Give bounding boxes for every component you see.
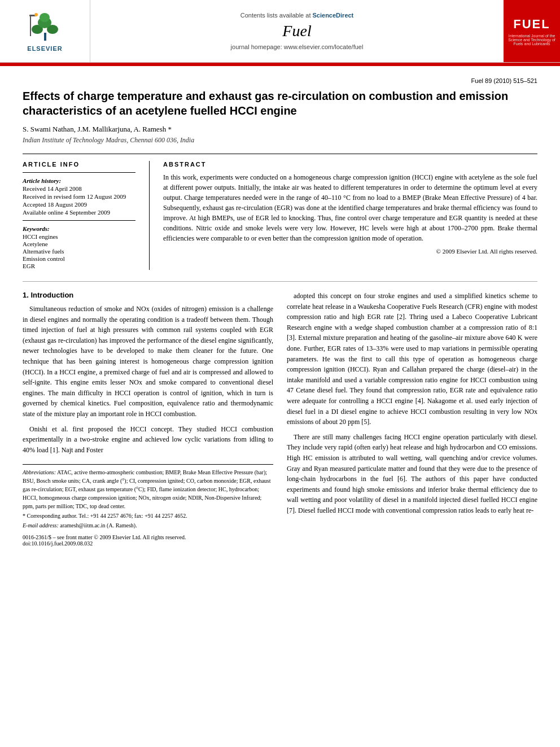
keyword-3: Alternative fuels <box>23 248 135 255</box>
abbreviations-label: Abbreviations: <box>23 469 56 475</box>
info-abstract-section: ARTICLE INFO Article history: Received 1… <box>23 161 537 270</box>
tel-text: Tel.: +91 44 2257 4676; fax: +91 44 2257… <box>78 513 187 519</box>
sciencedirect-label: Contents lists available at ScienceDirec… <box>240 12 354 19</box>
intro-para-2: Onishi et al. first proposed the HCCI co… <box>23 424 273 456</box>
intro-heading: 1. Introduction <box>23 291 273 299</box>
received-date: Received 14 April 2008 <box>23 185 135 192</box>
elsevier-brand-text: ELSEVIER <box>27 45 62 52</box>
copyright-line: © 2009 Elsevier Ltd. All rights reserved… <box>163 248 537 255</box>
keyword-1: HCCI engines <box>23 233 135 240</box>
authors-text: S. Swami Nathan, J.M. Mallikarjuna, A. R… <box>23 125 172 133</box>
keyword-4: Emission control <box>23 255 135 262</box>
paper-title: Effects of charge temperature and exhaus… <box>23 89 537 118</box>
issn-line: 0016-2361/$ – see front matter © 2009 El… <box>23 534 273 547</box>
available-at-text: Contents lists available at <box>240 12 311 19</box>
right-para-2: There are still many challenges facing H… <box>287 432 537 516</box>
right-para-1: adopted this concept on four stroke engi… <box>287 291 537 427</box>
email-label: E-mail address: <box>23 522 59 528</box>
abstract-text: In this work, experiments were conducted… <box>163 172 537 243</box>
paper-body: Fuel 89 (2010) 515–521 Effects of charge… <box>0 66 560 558</box>
accepted-date: Accepted 18 August 2009 <box>23 201 135 208</box>
intro-body: Simultaneous reduction of smoke and NOx … <box>23 304 273 455</box>
email-value: aramesh@iitm.ac.in (A. Ramesh). <box>60 522 137 528</box>
right-body: adopted this concept on four stroke engi… <box>287 291 537 516</box>
body-two-col: 1. Introduction Simultaneous reduction o… <box>23 291 537 547</box>
keywords-list: HCCI engines Acetylene Alternative fuels… <box>23 233 135 269</box>
body-divider <box>23 281 537 282</box>
fuel-logo-box: FUEL International Journal of the Scienc… <box>504 0 560 62</box>
journal-info-center: Contents lists available at ScienceDirec… <box>90 0 504 62</box>
journal-homepage: journal homepage: www.elsevier.com/locat… <box>231 43 364 50</box>
fuel-logo-subtitle: International Journal of the Science and… <box>508 34 555 46</box>
elsevier-tree-icon <box>29 10 60 43</box>
svg-rect-5 <box>30 16 31 36</box>
sciencedirect-link[interactable]: ScienceDirect <box>313 12 354 19</box>
red-accent-bar <box>0 63 560 65</box>
keywords-label: Keywords: <box>23 225 135 232</box>
abbreviations: Abbreviations: ATAC, active thermo-atmos… <box>23 468 273 510</box>
available-date: Available online 4 September 2009 <box>23 209 135 216</box>
history-label: Article history: <box>23 177 135 184</box>
issn-text: 0016-2361/$ – see front matter © 2009 El… <box>23 534 273 540</box>
email-line: E-mail address: aramesh@iitm.ac.in (A. R… <box>23 521 273 530</box>
title-divider <box>23 154 537 154</box>
article-info: ARTICLE INFO Article history: Received 1… <box>23 161 135 270</box>
left-column: 1. Introduction Simultaneous reduction o… <box>23 291 273 547</box>
intro-para-1: Simultaneous reduction of smoke and NOx … <box>23 304 273 420</box>
revised-date: Received in revised form 12 August 2009 <box>23 193 135 200</box>
footnote-section: Abbreviations: ATAC, active thermo-atmos… <box>23 464 273 547</box>
svg-rect-0 <box>44 33 46 41</box>
doi-text: doi:10.1016/j.fuel.2009.08.032 <box>23 540 273 547</box>
article-info-heading: ARTICLE INFO <box>23 161 135 168</box>
corresponding-label: * Corresponding author. <box>23 513 77 519</box>
journal-ref: Fuel 89 (2010) 515–521 <box>23 77 537 84</box>
info-abstract-divider <box>149 161 150 270</box>
keyword-2: Acetylene <box>23 241 135 247</box>
affiliation: Indian Institute of Technology Madras, C… <box>23 136 537 145</box>
authors: S. Swami Nathan, J.M. Mallikarjuna, A. R… <box>23 125 537 134</box>
right-column: adopted this concept on four stroke engi… <box>287 291 537 547</box>
abstract-heading: ABSTRACT <box>163 161 537 168</box>
svg-point-4 <box>40 13 50 22</box>
elsevier-logo: ELSEVIER <box>0 0 90 62</box>
journal-header: ELSEVIER Contents lists available at Sci… <box>0 0 560 66</box>
corresponding-author: * Corresponding author. Tel.: +91 44 225… <box>23 512 273 520</box>
fuel-logo-text: FUEL <box>513 17 550 32</box>
footnote-text: Abbreviations: ATAC, active thermo-atmos… <box>23 468 273 530</box>
abstract-section: ABSTRACT In this work, experiments were … <box>163 161 537 270</box>
journal-ref-text: Fuel 89 (2010) 515–521 <box>471 77 537 84</box>
journal-title: Fuel <box>282 22 311 40</box>
keyword-5: EGR <box>23 263 135 269</box>
abbreviations-content: ATAC, active thermo-atmospheric combusti… <box>23 469 271 509</box>
svg-point-7 <box>34 13 38 16</box>
